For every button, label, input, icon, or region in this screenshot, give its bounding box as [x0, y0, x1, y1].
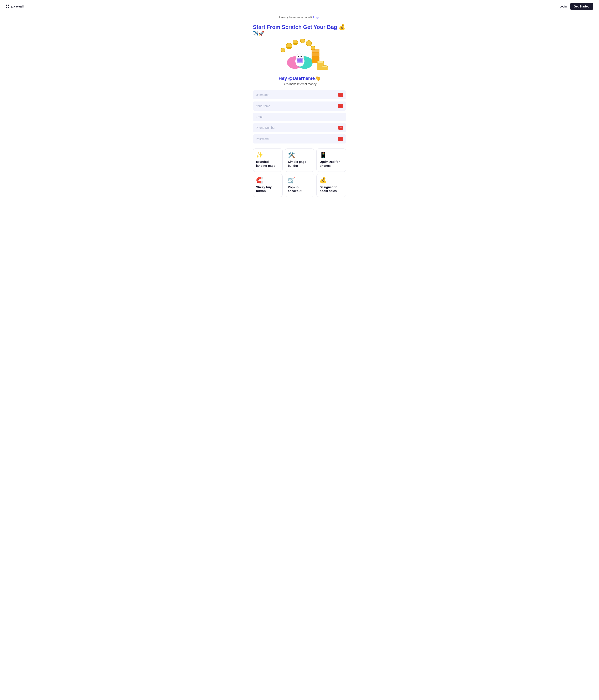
options-dots-icon: ···: [340, 105, 342, 107]
options-dots-icon: ···: [340, 138, 342, 140]
hero-title-emoji: 💰: [339, 24, 345, 30]
password-options-button[interactable]: ···: [338, 137, 343, 141]
phone-input[interactable]: [256, 126, 336, 129]
email-field-row: [253, 113, 346, 121]
name-input[interactable]: [256, 104, 336, 108]
feature-icon-4: 🛒: [288, 177, 311, 183]
svg-point-4: [300, 39, 305, 43]
greeting-text: Hey @Username👋: [278, 76, 320, 81]
username-options-button[interactable]: ···: [338, 93, 343, 97]
get-started-button[interactable]: Get Started: [570, 3, 593, 10]
username-input[interactable]: [256, 93, 336, 97]
feature-card-5: 💰Designed to boost sales: [316, 174, 346, 197]
header: paywall Login Get Started: [0, 0, 599, 13]
svg-rect-15: [297, 59, 302, 61]
options-dots-icon: ···: [340, 127, 342, 129]
phone-options-button[interactable]: ···: [338, 126, 343, 130]
svg-point-12: [298, 56, 299, 57]
name-field-row: ···: [253, 101, 346, 110]
svg-point-27: [317, 61, 324, 63]
svg-rect-18: [311, 49, 320, 53]
feature-icon-3: 🧲: [256, 177, 279, 183]
hero-title-text: Start From Scratch Get Your Bag: [253, 24, 337, 30]
phone-field-row: ···: [253, 123, 346, 132]
hero-title: Start From Scratch Get Your Bag 💰: [253, 24, 346, 30]
svg-point-5: [306, 41, 311, 46]
feature-card-4: 🛒Pop-up checkout: [285, 174, 315, 197]
hero-subtitle-emojis: ✈️🚀: [253, 31, 346, 36]
svg-point-33: [322, 66, 328, 67]
features-grid: ✨Branded landing page🛠️Simple page build…: [253, 149, 346, 197]
feature-card-1: 🛠️Simple page builder: [285, 149, 315, 172]
logo-area: paywall: [6, 4, 24, 8]
logo-text: paywall: [11, 4, 24, 8]
feature-label-1: Simple page builder: [288, 160, 311, 168]
hero-illustration-container: [253, 39, 346, 72]
feature-label-3: Sticky buy button: [256, 185, 279, 193]
svg-rect-17: [311, 52, 320, 57]
email-input[interactable]: [256, 115, 343, 119]
feature-label-5: Designed to boost sales: [320, 185, 343, 193]
feature-icon-5: 💰: [320, 177, 343, 183]
subheader-bar: Already have an account? Login: [0, 13, 599, 20]
password-input[interactable]: [256, 137, 336, 141]
feature-label-2: Optimized for phones: [320, 160, 343, 168]
svg-point-7: [281, 48, 285, 52]
logo-grid-icon: [6, 5, 9, 8]
feature-icon-2: 📱: [320, 152, 343, 158]
name-options-button[interactable]: ···: [338, 104, 343, 108]
svg-point-3: [293, 43, 298, 45]
subheader-login-link[interactable]: Login: [313, 16, 320, 19]
feature-card-0: ✨Branded landing page: [253, 149, 283, 172]
greeting-sub-text: Let's make internet money: [282, 82, 317, 86]
signup-form: ··· ··· ··· ···: [253, 90, 346, 144]
header-nav: Login Get Started: [559, 3, 593, 10]
feature-card-3: 🧲Sticky buy button: [253, 174, 283, 197]
svg-point-1: [286, 47, 292, 49]
feature-card-2: 📱Optimized for phones: [316, 149, 346, 172]
hero-illustration: [270, 39, 329, 72]
header-login-link[interactable]: Login: [559, 5, 567, 8]
options-dots-icon: ···: [340, 94, 342, 96]
feature-icon-1: 🛠️: [288, 152, 311, 158]
password-field-row: ···: [253, 134, 346, 144]
main-content: Start From Scratch Get Your Bag 💰 ✈️🚀: [250, 20, 349, 205]
username-field-row: ···: [253, 90, 346, 99]
svg-point-13: [301, 56, 302, 57]
feature-icon-0: ✨: [256, 152, 279, 158]
feature-label-0: Branded landing page: [256, 160, 279, 168]
subheader-prompt: Already have an account?: [279, 16, 313, 19]
feature-label-4: Pop-up checkout: [288, 185, 311, 193]
